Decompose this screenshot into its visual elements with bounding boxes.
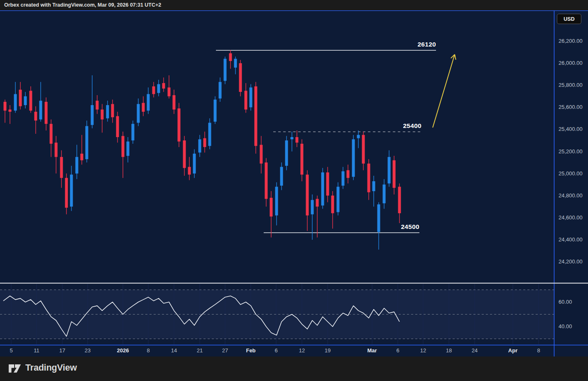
candle-body xyxy=(39,101,42,119)
candle-body xyxy=(250,88,252,108)
candle-body xyxy=(50,124,53,144)
candle-body xyxy=(81,154,83,160)
footer-bar: TradingView xyxy=(0,356,588,381)
candle-body xyxy=(326,172,329,196)
support-level-label[interactable]: 24500 xyxy=(401,223,419,231)
candle-body xyxy=(24,96,27,105)
up-arrow-head xyxy=(455,54,456,60)
candle-body xyxy=(91,105,94,125)
time-tick: 19 xyxy=(325,347,331,354)
price-tick: 26,000.00 xyxy=(559,60,583,66)
tradingview-logo-text: TradingView xyxy=(25,363,77,373)
candle-body xyxy=(377,204,380,232)
candle-body xyxy=(157,84,160,93)
candle-body xyxy=(122,136,125,157)
candle-body xyxy=(383,184,386,203)
candle-body xyxy=(219,82,222,98)
time-tick: 5 xyxy=(10,347,12,354)
candle-body xyxy=(321,172,324,206)
candle-body xyxy=(132,124,135,140)
time-tick: 6 xyxy=(274,347,277,354)
candle-body xyxy=(4,102,7,111)
candle-body xyxy=(76,157,78,174)
time-tick: 11 xyxy=(34,347,39,354)
candle-body xyxy=(173,95,176,110)
candle-body xyxy=(162,83,165,88)
candle-body xyxy=(208,123,211,146)
candle-body xyxy=(368,164,370,192)
time-tick: 21 xyxy=(197,347,203,354)
candle-body xyxy=(275,187,278,215)
tradingview-chart-page: Orbex created with TradingView.com, Mar … xyxy=(0,0,588,381)
time-tick: 18 xyxy=(446,347,452,354)
candle-body xyxy=(178,108,181,142)
resistance-level-label[interactable]: 26120 xyxy=(417,41,436,48)
candle-body xyxy=(198,139,201,152)
candle-body xyxy=(306,175,309,215)
candle-body xyxy=(203,138,206,147)
time-tick: 12 xyxy=(420,347,426,354)
price-tick: 26,200.00 xyxy=(559,38,583,44)
time-tick: 6 xyxy=(396,347,399,354)
candle-body xyxy=(362,135,365,164)
candle-body xyxy=(280,167,283,186)
candle-body xyxy=(245,91,247,109)
time-tick: 8 xyxy=(537,347,540,354)
candle-body xyxy=(260,145,263,164)
candle-body xyxy=(193,154,196,174)
rsi-axis-label-40: 40.00 xyxy=(559,323,572,329)
price-tick: 25,400.00 xyxy=(559,126,583,132)
candle-body xyxy=(45,102,48,124)
time-tick: 27 xyxy=(222,347,228,354)
price-tick: 25,000.00 xyxy=(559,170,583,177)
candle-body xyxy=(388,157,391,184)
candle-body xyxy=(398,187,401,213)
candle-body xyxy=(301,144,304,175)
candle-body xyxy=(86,126,88,159)
time-tick: 2026 xyxy=(117,347,129,354)
candle-body xyxy=(188,167,191,175)
mid-level-label[interactable]: 25400 xyxy=(403,122,421,130)
price-tick: 24,200.00 xyxy=(559,258,583,265)
candle-body xyxy=(111,104,114,117)
rsi-axis-label-60: 60.00 xyxy=(559,299,572,305)
top-bar: Orbex created with TradingView.com, Mar … xyxy=(0,0,588,10)
time-tick: Apr xyxy=(508,347,517,354)
candle-body xyxy=(70,175,73,206)
candle-body xyxy=(357,135,360,138)
candle-body xyxy=(127,142,130,156)
candle-body xyxy=(234,59,237,67)
watermark-title: Orbex created with TradingView.com, Mar … xyxy=(4,2,161,8)
chart-surface[interactable] xyxy=(0,0,588,381)
time-tick: 23 xyxy=(85,347,91,354)
candle-body xyxy=(229,53,232,61)
time-tick: Mar xyxy=(367,347,377,354)
candle-body xyxy=(34,112,37,120)
candle-body xyxy=(285,140,288,166)
price-tick: 24,600.00 xyxy=(559,214,583,221)
candle-body xyxy=(311,200,314,214)
price-tick: 25,200.00 xyxy=(559,148,583,155)
price-tick: 25,800.00 xyxy=(559,82,583,88)
candle-body xyxy=(60,157,63,178)
time-tick: 24 xyxy=(472,347,478,354)
candle-body xyxy=(214,100,217,122)
candle-body xyxy=(106,105,109,118)
candle-body xyxy=(101,110,104,120)
tradingview-logo[interactable]: TradingView xyxy=(8,362,77,374)
time-tick: 14 xyxy=(171,347,177,354)
candle-body xyxy=(183,140,186,168)
up-arrow-shaft[interactable] xyxy=(433,54,455,128)
currency-button[interactable]: USD xyxy=(557,14,581,24)
candle-body xyxy=(19,90,22,106)
candle-body xyxy=(270,198,273,216)
time-tick: 8 xyxy=(147,347,149,354)
time-tick: Feb xyxy=(246,347,255,354)
candle-body xyxy=(316,199,319,207)
candle-body xyxy=(224,59,227,81)
candle-body xyxy=(352,139,355,177)
candle-body xyxy=(337,187,340,212)
candle-body xyxy=(168,88,171,96)
candle-body xyxy=(55,143,58,157)
candle-body xyxy=(239,63,242,92)
